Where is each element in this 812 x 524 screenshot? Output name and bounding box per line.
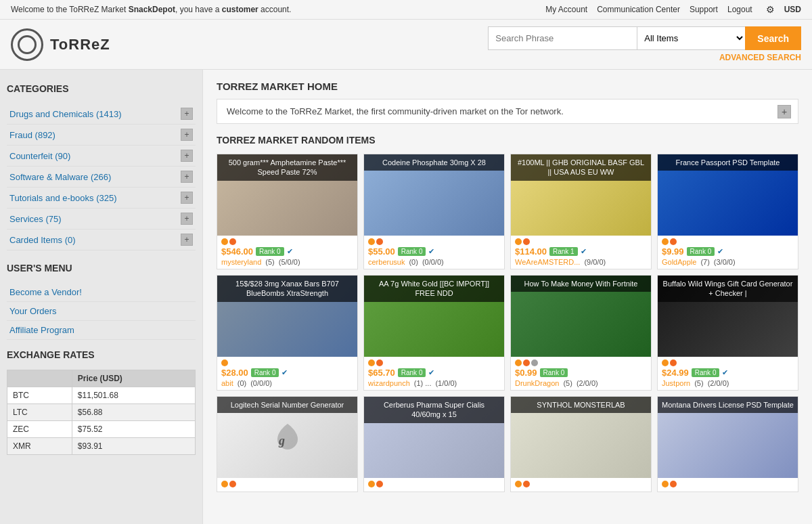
search-button[interactable]: Search — [745, 26, 801, 50]
vendor-name-7[interactable]: Justporn — [662, 379, 690, 387]
product-card-8[interactable]: Logitech Serial Number Generator g — [217, 396, 358, 492]
welcome-description: Welcome to the ToRReZ Market, the first … — [217, 99, 798, 124]
product-card-5[interactable]: AA 7g White Gold [[BC IMPORT]] FREE NDD … — [363, 275, 505, 391]
sidebar-item-tutorials[interactable]: Tutorials and e-books (325) + — [7, 188, 196, 209]
affiliate-link[interactable]: Affiliate Program — [9, 325, 74, 335]
product-card-7[interactable]: Buffalo Wild Wings Gift Card Generator +… — [657, 275, 798, 391]
sidebar-cat-label: Tutorials and e-books (325) — [9, 193, 117, 203]
shop-name: SnackDepot — [129, 5, 175, 14]
product-card-2[interactable]: #100ML || GHB ORIGINAL BASF GBL || USA A… — [510, 154, 652, 269]
product-grid: 500 gram*** Amphetamine Paste*** Speed P… — [217, 154, 798, 492]
vendor-name-1[interactable]: cerberusuk — [368, 258, 405, 266]
product-footer-9 — [364, 478, 504, 492]
sidebar-item-carded[interactable]: Carded Items (0) + — [7, 230, 196, 250]
btc-icon — [515, 359, 522, 366]
product-price-6: $0.99 — [515, 368, 537, 378]
sidebar-item-software[interactable]: Software & Malware (266) + — [7, 167, 196, 188]
vendor-name-4[interactable]: abit — [221, 379, 233, 387]
sidebar-item-fraud[interactable]: Fraud (892) + — [7, 125, 196, 146]
account-suffix: account. — [258, 5, 292, 14]
product-title-1: Codeine Phosphate 30mg X 28 — [364, 154, 504, 171]
btc-icon — [221, 359, 228, 366]
support-link[interactable]: Support — [690, 5, 718, 14]
become-vendor-link[interactable]: Become a Vendor! — [9, 287, 82, 297]
vendor-ratings-4: (0/0/0) — [250, 379, 272, 387]
btc-icon — [515, 238, 522, 245]
page-title: TORREZ MARKET HOME — [217, 81, 798, 92]
exchange-coin-btc: BTC — [7, 387, 72, 404]
rank-badge-0: Rank 0 — [256, 247, 284, 256]
become-vendor-item[interactable]: Become a Vendor! — [7, 283, 196, 302]
product-card-3[interactable]: France Passport PSD Template $9.99 Rank … — [657, 154, 798, 269]
product-footer-7: $24.99 Rank 0 ✔ Justporn (5) (2/0/0) — [658, 357, 798, 390]
rank-badge-7: Rank 0 — [692, 368, 720, 377]
btc-icon — [221, 481, 228, 487]
product-price-2: $114.00 — [515, 246, 547, 257]
vendor-ratings-5: (1/0/0) — [435, 379, 457, 387]
vendor-ratings-1: (0/0/0) — [422, 258, 444, 266]
rank-badge-6: Rank 0 — [540, 368, 568, 377]
expand-icon[interactable]: + — [181, 150, 193, 162]
your-orders-item[interactable]: Your Orders — [7, 302, 196, 321]
product-title-10: SYNTHOL MONSTERLAB — [511, 397, 651, 413]
product-card-4[interactable]: 15$/$28 3mg Xanax Bars B707 BlueBombs Xt… — [217, 275, 358, 391]
product-card-6[interactable]: How To Make Money With Fortnite $0.99 Ra… — [510, 275, 652, 391]
search-input[interactable] — [488, 26, 637, 50]
communication-center-link[interactable]: Communication Center — [597, 5, 680, 14]
welcome-expand-icon[interactable]: + — [777, 105, 791, 118]
btc-icon — [368, 481, 375, 487]
exchange-row-ltc: LTC $56.88 — [7, 404, 196, 421]
affiliate-item[interactable]: Affiliate Program — [7, 321, 196, 340]
product-card-0[interactable]: 500 gram*** Amphetamine Paste*** Speed P… — [217, 154, 358, 269]
expand-icon[interactable]: + — [181, 213, 193, 225]
logout-link[interactable]: Logout — [727, 5, 752, 14]
vendor-name-2[interactable]: WeAreAMSTERD... — [515, 258, 580, 266]
vendor-score-7: (5) — [694, 379, 703, 387]
search-category-select[interactable]: All Items — [637, 26, 745, 50]
expand-icon[interactable]: + — [181, 171, 193, 183]
product-card-9[interactable]: Cerberus Pharma Super Cialis 40/60mg x 1… — [363, 396, 505, 492]
product-title-9: Cerberus Pharma Super Cialis 40/60mg x 1… — [364, 397, 504, 423]
vendor-ratings-3: (3/0/0) — [714, 258, 736, 266]
my-account-link[interactable]: My Account — [545, 5, 587, 14]
xmr-icon — [670, 359, 677, 366]
xmr-icon — [376, 359, 383, 366]
expand-icon[interactable]: + — [181, 129, 193, 141]
header: ToRReZ All Items Search ADVANCED SEARCH — [0, 20, 812, 70]
sidebar-item-counterfeit[interactable]: Counterfeit (90) + — [7, 146, 196, 167]
expand-icon[interactable]: + — [181, 108, 193, 120]
expand-icon[interactable]: + — [181, 192, 193, 204]
xmr-icon — [523, 359, 530, 366]
settings-icon[interactable]: ⚙ — [766, 4, 775, 15]
advanced-search-link[interactable]: ADVANCED SEARCH — [719, 53, 801, 62]
sidebar-cat-label: Carded Items (0) — [9, 235, 76, 245]
expand-icon[interactable]: + — [181, 234, 193, 246]
rank-badge-4: Rank 0 — [251, 368, 279, 377]
product-footer-11 — [658, 478, 798, 492]
btc-icon — [368, 359, 375, 366]
btc-icon — [368, 238, 375, 245]
vendor-score-1: (0) — [409, 258, 418, 266]
sidebar-item-drugs[interactable]: Drugs and Chemicals (1413) + — [7, 104, 196, 125]
your-orders-link[interactable]: Your Orders — [9, 306, 57, 316]
product-title-5: AA 7g White Gold [[BC IMPORT]] FREE NDD — [364, 276, 504, 302]
product-image-6: How To Make Money With Fortnite — [511, 276, 651, 357]
rank-badge-1: Rank 0 — [398, 247, 426, 256]
vendor-score-6: (5) — [563, 379, 572, 387]
main-layout: CATEGORIES Drugs and Chemicals (1413) + … — [0, 70, 812, 524]
welcome-prefix: Welcome to the ToRReZ Market — [11, 5, 129, 14]
vendor-name-5[interactable]: wizardpunch — [368, 379, 410, 387]
product-card-11[interactable]: Montana Drivers License PSD Template — [657, 396, 798, 492]
product-card-10[interactable]: SYNTHOL MONSTERLAB — [510, 396, 652, 492]
vendor-name-6[interactable]: DrunkDragon — [515, 379, 559, 387]
btc-icon — [662, 238, 669, 245]
vendor-name-3[interactable]: GoldApple — [662, 258, 696, 266]
xmr-icon — [376, 481, 383, 487]
product-card-1[interactable]: Codeine Phosphate 30mg X 28 $55.00 Rank … — [363, 154, 505, 269]
sidebar-item-services[interactable]: Services (75) + — [7, 209, 196, 230]
product-footer-2: $114.00 Rank 1 ✔ WeAreAMSTERD... (9/0/0) — [511, 236, 651, 269]
check-icon-5: ✔ — [428, 368, 434, 377]
sidebar: CATEGORIES Drugs and Chemicals (1413) + … — [0, 70, 203, 524]
vendor-name-0[interactable]: mysteryland — [221, 258, 261, 266]
logo[interactable]: ToRReZ — [11, 28, 110, 61]
